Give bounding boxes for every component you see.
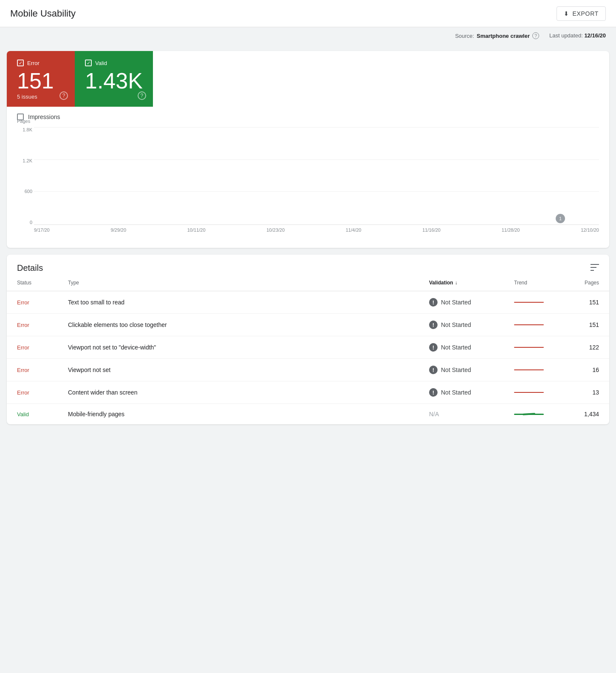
bar-group[interactable] xyxy=(476,127,482,224)
annotation-dot[interactable]: 1 xyxy=(556,214,565,223)
bar-group[interactable] xyxy=(566,127,572,224)
bar-group[interactable] xyxy=(368,127,374,224)
bar-group[interactable] xyxy=(119,127,124,224)
bar-group[interactable] xyxy=(329,127,335,224)
bar-group[interactable] xyxy=(432,127,438,224)
bar-group[interactable] xyxy=(55,127,61,224)
bar-group[interactable] xyxy=(93,127,99,224)
bar-group[interactable] xyxy=(221,127,227,224)
bar-group[interactable] xyxy=(246,127,252,224)
bar-group[interactable] xyxy=(425,127,431,224)
bar-group[interactable] xyxy=(259,127,265,224)
bar-group[interactable] xyxy=(323,127,329,224)
bar-group[interactable] xyxy=(176,127,182,224)
bar-group[interactable] xyxy=(227,127,233,224)
error-summary-card[interactable]: Error 151 5 issues ? xyxy=(7,51,75,107)
error-checkbox[interactable] xyxy=(17,60,24,66)
export-button[interactable]: ⬇ EXPORT xyxy=(557,6,606,21)
bar-group[interactable] xyxy=(42,127,48,224)
bar-group[interactable] xyxy=(457,127,463,224)
bar-group[interactable] xyxy=(36,127,42,224)
valid-summary-card[interactable]: Valid 1.43K ? xyxy=(75,51,153,107)
bar-group[interactable] xyxy=(291,127,297,224)
source-help-icon[interactable]: ? xyxy=(532,32,539,39)
bar-group[interactable] xyxy=(157,127,163,224)
bar-group[interactable] xyxy=(547,127,553,224)
bar-group[interactable] xyxy=(419,127,425,224)
bar-group[interactable] xyxy=(591,127,597,224)
bar-group[interactable] xyxy=(393,127,399,224)
bar-group[interactable] xyxy=(463,127,469,224)
bar-group[interactable] xyxy=(234,127,240,224)
bar-group[interactable] xyxy=(61,127,67,224)
bar-group[interactable] xyxy=(48,127,54,224)
bar-group[interactable] xyxy=(585,127,591,224)
bar-group[interactable] xyxy=(215,127,220,224)
bar-group[interactable] xyxy=(170,127,176,224)
bar-group[interactable] xyxy=(68,127,73,224)
bar-group[interactable] xyxy=(189,127,195,224)
error-help-icon[interactable]: ? xyxy=(59,91,68,100)
bar-group[interactable] xyxy=(387,127,393,224)
bar-group[interactable] xyxy=(138,127,144,224)
bar-group[interactable] xyxy=(508,127,514,224)
table-row[interactable]: ErrorViewport not set to "device-width"!… xyxy=(7,336,609,359)
bar-group[interactable] xyxy=(310,127,316,224)
bar-group[interactable] xyxy=(362,127,367,224)
bar-group[interactable] xyxy=(579,127,585,224)
bar-group[interactable] xyxy=(514,127,520,224)
valid-help-icon[interactable]: ? xyxy=(138,91,146,100)
col-validation[interactable]: Validation ↓ xyxy=(429,280,514,286)
bar-group[interactable] xyxy=(266,127,271,224)
bar-group[interactable] xyxy=(336,127,342,224)
table-row[interactable]: ErrorViewport not set!Not Started16 xyxy=(7,359,609,381)
bar-group[interactable] xyxy=(202,127,208,224)
bar-group[interactable] xyxy=(297,127,303,224)
table-row[interactable]: ValidMobile-friendly pagesN/A1,434 xyxy=(7,404,609,424)
bar-group[interactable] xyxy=(521,127,527,224)
bar-group[interactable] xyxy=(553,127,559,224)
bar-group[interactable] xyxy=(131,127,137,224)
bar-group[interactable] xyxy=(304,127,310,224)
bar-group[interactable] xyxy=(240,127,246,224)
bar-group[interactable] xyxy=(349,127,355,224)
table-row[interactable]: ErrorText too small to read!Not Started1… xyxy=(7,291,609,314)
bar-group[interactable] xyxy=(483,127,489,224)
bar-group[interactable] xyxy=(534,127,540,224)
bar-group[interactable] xyxy=(151,127,157,224)
bar-group[interactable] xyxy=(451,127,457,224)
bar-group[interactable] xyxy=(195,127,201,224)
bar-group[interactable] xyxy=(278,127,284,224)
bar-group[interactable] xyxy=(406,127,412,224)
bar-group[interactable] xyxy=(374,127,380,224)
bar-group[interactable] xyxy=(470,127,476,224)
bar-group[interactable] xyxy=(527,127,533,224)
valid-checkbox[interactable] xyxy=(85,60,92,66)
bar-group[interactable] xyxy=(112,127,118,224)
bar-group[interactable] xyxy=(183,127,189,224)
bar-group[interactable] xyxy=(400,127,406,224)
bar-group[interactable] xyxy=(285,127,291,224)
bar-group[interactable] xyxy=(272,127,278,224)
bar-group[interactable] xyxy=(489,127,495,224)
bar-group[interactable] xyxy=(572,127,578,224)
bar-group[interactable] xyxy=(540,127,546,224)
bar-group[interactable] xyxy=(438,127,444,224)
bar-group[interactable] xyxy=(80,127,86,224)
bar-group[interactable] xyxy=(413,127,418,224)
bar-group[interactable] xyxy=(144,127,150,224)
bar-group[interactable] xyxy=(444,127,450,224)
bar-group[interactable] xyxy=(253,127,259,224)
bar-group[interactable] xyxy=(164,127,170,224)
filter-icon[interactable] xyxy=(591,264,599,272)
bar-group[interactable] xyxy=(502,127,508,224)
bar-group[interactable] xyxy=(342,127,348,224)
bar-group[interactable] xyxy=(559,127,565,224)
bar-group[interactable] xyxy=(381,127,387,224)
bar-group[interactable] xyxy=(495,127,501,224)
table-row[interactable]: ErrorClickable elements too close togeth… xyxy=(7,314,609,336)
bar-group[interactable] xyxy=(106,127,112,224)
table-row[interactable]: ErrorContent wider than screen!Not Start… xyxy=(7,381,609,404)
bar-group[interactable] xyxy=(87,127,93,224)
bar-group[interactable] xyxy=(316,127,322,224)
